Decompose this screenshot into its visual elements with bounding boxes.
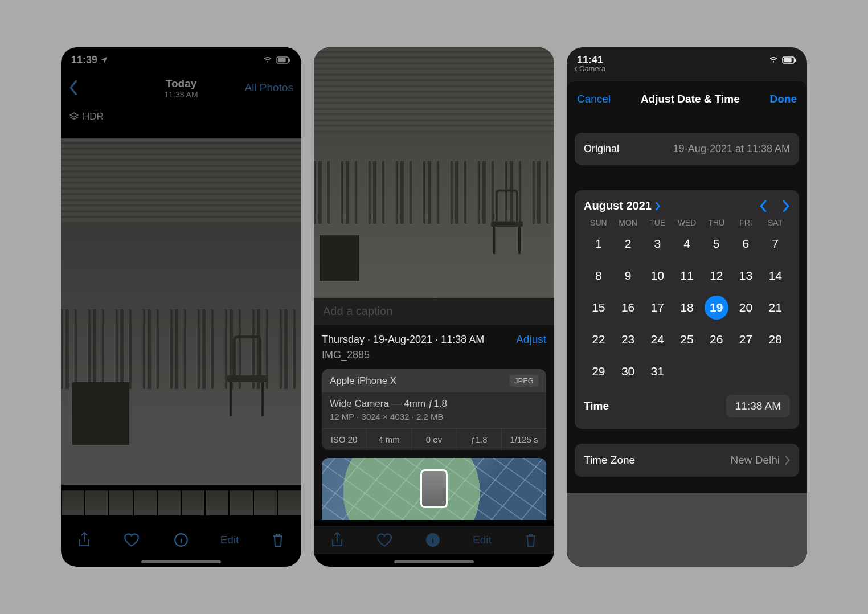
weekday-label: SUN <box>584 218 613 227</box>
back-button[interactable] <box>69 80 78 95</box>
wifi-icon <box>263 56 273 64</box>
calendar-day[interactable]: 19 <box>705 296 728 320</box>
calendar-day[interactable]: 6 <box>731 232 761 256</box>
timezone-row[interactable]: Time Zone New Delhi <box>575 444 799 477</box>
calendar-day[interactable]: 31 <box>642 359 672 383</box>
calendar-day[interactable]: 15 <box>584 296 613 320</box>
calendar-day[interactable]: 23 <box>613 328 643 351</box>
calendar-day[interactable]: 14 <box>760 264 790 288</box>
exif-aperture: ƒ1.8 <box>457 429 502 450</box>
bottom-toolbar: Edit <box>314 526 554 554</box>
exif-strip: ISO 20 4 mm 0 ev ƒ1.8 1/125 s <box>322 428 546 450</box>
cancel-button[interactable]: Cancel <box>577 93 611 105</box>
calendar-day[interactable]: 5 <box>702 232 731 256</box>
calendar-day[interactable]: 18 <box>672 296 702 320</box>
timezone-value: New Delhi <box>730 454 780 466</box>
calendar-day[interactable]: 8 <box>584 264 613 288</box>
status-bar: 11:41 <box>567 47 807 72</box>
weekday-label: WED <box>672 218 702 227</box>
favorite-button[interactable] <box>124 533 140 547</box>
delete-button[interactable] <box>524 532 538 548</box>
status-bar: 11:39 <box>61 47 301 72</box>
calendar-card: August 2021 SUNMONTUEWEDTHUFRISAT 123456… <box>575 190 799 429</box>
exif-iso: ISO 20 <box>322 429 367 450</box>
time-picker[interactable]: 11:38 AM <box>726 395 790 417</box>
calendar-day[interactable]: 12 <box>702 264 731 288</box>
calendar-day[interactable]: 2 <box>613 232 643 256</box>
edit-button[interactable]: Edit <box>473 534 492 546</box>
calendar-day[interactable]: 29 <box>584 359 613 383</box>
info-button[interactable] <box>425 533 440 547</box>
calendar-day[interactable]: 13 <box>731 264 761 288</box>
layers-icon <box>69 112 79 122</box>
exif-ev: 0 ev <box>412 429 457 450</box>
thumbnail-strip[interactable] <box>61 490 301 515</box>
camera-info-card: Apple iPhone X JPEG Wide Camera — 4mm ƒ1… <box>322 369 546 450</box>
favorite-button[interactable] <box>376 533 392 547</box>
days-grid: 1234567891011121314151617181920212223242… <box>584 232 790 383</box>
device-name: Apple iPhone X <box>330 375 396 387</box>
screen-photo-info: Add a caption Thursday · 19-Aug-2021 · 1… <box>314 47 554 567</box>
photo-header: Today 11:38 AM All Photos <box>61 72 301 104</box>
edit-button[interactable]: Edit <box>220 534 239 546</box>
chevron-right-icon <box>655 202 661 210</box>
home-indicator[interactable] <box>394 560 474 563</box>
calendar-day[interactable]: 25 <box>672 328 702 351</box>
home-indicator[interactable] <box>141 560 221 563</box>
image-specs: 12 MP · 3024 × 4032 · 2.2 MB <box>330 412 538 421</box>
all-photos-button[interactable]: All Photos <box>244 81 293 94</box>
exif-shutter: 1/125 s <box>502 429 546 450</box>
calendar-day[interactable]: 16 <box>613 296 643 320</box>
calendar-day[interactable]: 3 <box>642 232 672 256</box>
caption-field[interactable]: Add a caption <box>314 298 554 325</box>
calendar-day[interactable]: 20 <box>731 296 761 320</box>
calendar-day[interactable]: 28 <box>760 328 790 351</box>
main-photo[interactable] <box>61 138 301 485</box>
chevron-right-icon <box>784 456 790 465</box>
battery-icon <box>276 56 291 64</box>
main-photo[interactable] <box>314 47 554 298</box>
original-value: 19-Aug-2021 at 11:38 AM <box>673 143 790 155</box>
calendar-day[interactable]: 26 <box>702 328 731 351</box>
info-button-highlight[interactable] <box>165 523 198 556</box>
battery-icon <box>782 56 797 64</box>
original-label: Original <box>584 143 619 155</box>
location-map[interactable] <box>322 458 546 520</box>
share-button[interactable] <box>77 531 91 548</box>
share-button[interactable] <box>330 531 344 548</box>
calendar-day[interactable]: 7 <box>760 232 790 256</box>
svg-rect-6 <box>784 58 792 62</box>
wifi-icon <box>768 56 779 64</box>
screen-adjust-datetime: 11:41 Camera Cancel Adjust Date & Time D… <box>567 47 807 567</box>
status-time: 11:39 <box>71 54 97 66</box>
calendar-day[interactable]: 24 <box>642 328 672 351</box>
prev-month-button[interactable] <box>759 200 767 212</box>
calendar-day[interactable]: 4 <box>672 232 702 256</box>
photo-datetime: Thursday · 19-Aug-2021 · 11:38 AM <box>322 334 484 346</box>
calendar-day[interactable]: 27 <box>731 328 761 351</box>
adjust-sheet: Cancel Adjust Date & Time Done Original … <box>567 81 807 567</box>
calendar-day[interactable]: 9 <box>613 264 643 288</box>
status-time: 11:41 <box>577 54 603 66</box>
done-button[interactable]: Done <box>769 93 797 105</box>
calendar-day[interactable]: 17 <box>642 296 672 320</box>
month-picker[interactable]: August 2021 <box>584 199 661 212</box>
adjust-button[interactable]: Adjust <box>516 333 546 346</box>
map-photo-thumb <box>420 469 448 508</box>
info-panel: Thursday · 19-Aug-2021 · 11:38 AM Adjust… <box>314 325 554 520</box>
exif-focal: 4 mm <box>367 429 412 450</box>
svg-rect-7 <box>795 58 796 62</box>
sheet-header: Cancel Adjust Date & Time Done <box>567 81 807 117</box>
calendar-day[interactable]: 22 <box>584 328 613 351</box>
calendar-day[interactable]: 11 <box>672 264 702 288</box>
calendar-day[interactable]: 30 <box>613 359 643 383</box>
delete-button[interactable] <box>271 532 285 548</box>
weekday-label: MON <box>613 218 643 227</box>
calendar-day[interactable]: 10 <box>642 264 672 288</box>
calendar-day[interactable]: 1 <box>584 232 613 256</box>
calendar-day[interactable]: 21 <box>760 296 790 320</box>
next-month-button[interactable] <box>782 200 790 212</box>
svg-rect-1 <box>278 58 286 62</box>
header-title: Today <box>164 77 198 90</box>
format-badge: JPEG <box>510 375 538 387</box>
